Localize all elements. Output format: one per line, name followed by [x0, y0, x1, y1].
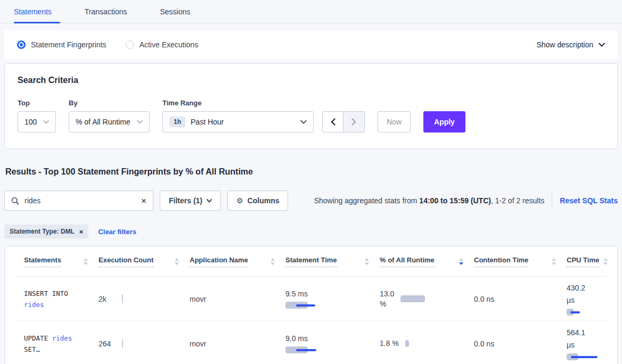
- radio-active-executions[interactable]: Active Executions: [126, 40, 199, 49]
- tab-transactions[interactable]: Transactions: [85, 0, 127, 23]
- search-criteria-card: Search Criteria Top 100 By % of All Runt…: [4, 63, 618, 149]
- vertical-divider: [552, 193, 552, 209]
- top-tab-bar: Statements Transactions Sessions: [0, 0, 622, 23]
- time-range-group: Time Range 1h Past Hour: [162, 99, 314, 133]
- column-header-contention-time[interactable]: Contention Time: [474, 256, 567, 267]
- column-header-application-name[interactable]: Application Name: [190, 256, 285, 267]
- tab-statements[interactable]: Statements: [14, 0, 52, 23]
- sort-icon[interactable]: [552, 258, 556, 265]
- cpu-time-cell: 430.2 µs: [567, 282, 607, 316]
- table-row[interactable]: INSERT INTOrides 2k movr 9.5 ms 13.0% 0.…: [5, 277, 617, 321]
- statement-time-bar: [285, 346, 316, 353]
- table-row[interactable]: UPDATE ridesSET… 264 movr 9.0 ms 1.8 % 0…: [5, 321, 617, 364]
- by-select-value: % of All Runtime: [76, 118, 130, 126]
- filter-pill-label: Statement Type: DML: [10, 228, 75, 235]
- table-header-row: Statements Execution Count Application N…: [5, 246, 617, 276]
- show-description-toggle[interactable]: Show description: [536, 40, 605, 49]
- stats-time-range: 14:00 to 15:59 (UTC): [419, 196, 491, 205]
- contention-time-cell: 0.0 ns: [474, 340, 567, 348]
- filters-button-label: Filters (1): [169, 196, 202, 205]
- cpu-time-cell: 564.1 µs: [567, 327, 607, 360]
- column-header-statements[interactable]: Statements: [15, 256, 99, 267]
- radio-selected-icon: [17, 40, 26, 49]
- chevron-down-icon: [137, 120, 143, 124]
- time-range-value: Past Hour: [191, 118, 224, 126]
- execution-count-cell: 2k: [99, 294, 190, 303]
- column-header-execution-count[interactable]: Execution Count: [99, 256, 190, 267]
- execution-count-cell: 264: [99, 339, 190, 348]
- previous-time-button[interactable]: [322, 111, 343, 133]
- statement-time-cell: 9.0 ms: [285, 334, 380, 353]
- reset-sql-stats-link[interactable]: Reset SQL Stats: [560, 196, 618, 205]
- now-button[interactable]: Now: [378, 111, 411, 133]
- top-select-value: 100: [24, 118, 37, 126]
- time-range-badge: 1h: [169, 117, 185, 127]
- chevron-down-icon: [599, 43, 605, 47]
- top-group: Top 100: [18, 99, 56, 133]
- clear-filters-link[interactable]: Clear filters: [98, 228, 136, 236]
- chevron-down-icon: [300, 120, 307, 124]
- show-description-label: Show description: [536, 40, 593, 49]
- sort-icon[interactable]: [271, 258, 275, 265]
- gear-icon: ⚙: [236, 196, 243, 205]
- statement-time-cell: 9.5 ms: [285, 289, 380, 309]
- cpu-time-bar: [567, 309, 580, 316]
- by-select[interactable]: % of All Runtime: [69, 111, 150, 133]
- time-range-select[interactable]: 1h Past Hour: [162, 111, 314, 133]
- aggregated-stats-text: Showing aggregated stats from 14:00 to 1…: [314, 196, 545, 205]
- chevron-down-icon: [43, 120, 49, 124]
- search-icon: [11, 197, 19, 205]
- sort-icon-active[interactable]: [459, 258, 463, 265]
- columns-button[interactable]: ⚙ Columns: [227, 191, 288, 211]
- application-name-cell: movr: [190, 340, 285, 348]
- results-heading: Results - Top 100 Statement Fingerprints…: [5, 167, 617, 177]
- column-header-statement-time[interactable]: Statement Time: [285, 256, 380, 267]
- search-input[interactable]: [24, 196, 136, 205]
- application-name-cell: movr: [190, 295, 285, 303]
- statement-search-box: ×: [4, 191, 153, 211]
- statement-cell: UPDATE ridesSET…: [15, 333, 99, 355]
- sort-icon[interactable]: [365, 258, 369, 265]
- chevron-down-icon: [207, 199, 212, 203]
- statement-cell: INSERT INTOrides: [15, 288, 99, 310]
- statement-fingerprint-link[interactable]: rides: [24, 301, 44, 309]
- stats-area: Showing aggregated stats from 14:00 to 1…: [314, 193, 618, 209]
- clear-search-icon[interactable]: ×: [141, 196, 146, 205]
- results-controls-row: × Filters (1) ⚙ Columns Showing aggregat…: [4, 191, 618, 211]
- count-bar: [122, 294, 123, 303]
- radio-unselected-icon: [126, 40, 134, 49]
- runtime-pct-cell: 13.0%: [380, 289, 474, 309]
- sort-icon[interactable]: [84, 258, 88, 265]
- by-label: By: [69, 99, 150, 107]
- sort-icon[interactable]: [175, 258, 179, 265]
- top-label: Top: [18, 99, 56, 107]
- runtime-pct-bar: [405, 340, 409, 347]
- sort-icon[interactable]: [603, 258, 608, 265]
- top-select[interactable]: 100: [18, 111, 56, 133]
- column-header-pct-runtime[interactable]: % of All Runtime: [380, 256, 474, 267]
- time-range-label: Time Range: [162, 99, 314, 107]
- time-nav-group: [322, 111, 365, 133]
- runtime-pct-cell: 1.8 %: [380, 338, 474, 349]
- apply-button[interactable]: Apply: [423, 111, 465, 133]
- statement-fingerprint-link[interactable]: rides: [52, 334, 72, 342]
- radio-label: Active Executions: [140, 40, 199, 49]
- remove-filter-icon[interactable]: ×: [79, 228, 84, 235]
- count-bar: [122, 339, 123, 348]
- contention-time-cell: 0.0 ns: [474, 295, 567, 303]
- search-criteria-form: Top 100 By % of All Runtime Time Range 1…: [18, 99, 604, 133]
- cpu-time-bar: [567, 353, 598, 360]
- filters-button[interactable]: Filters (1): [160, 191, 221, 211]
- next-time-button[interactable]: [343, 111, 365, 133]
- search-criteria-title: Search Criteria: [18, 76, 604, 85]
- statements-table: Statements Execution Count Application N…: [4, 246, 618, 364]
- active-filters-row: Statement Type: DML × Clear filters: [4, 225, 618, 238]
- runtime-pct-bar: [400, 295, 425, 302]
- by-group: By % of All Runtime: [69, 99, 150, 133]
- tab-sessions[interactable]: Sessions: [160, 0, 190, 23]
- column-header-cpu-time[interactable]: CPU Time: [567, 256, 618, 267]
- radio-label: Statement Fingerprints: [31, 40, 107, 49]
- radio-statement-fingerprints[interactable]: Statement Fingerprints: [17, 40, 107, 49]
- statement-time-bar: [285, 302, 315, 309]
- filter-pill-statement-type[interactable]: Statement Type: DML ×: [4, 225, 88, 238]
